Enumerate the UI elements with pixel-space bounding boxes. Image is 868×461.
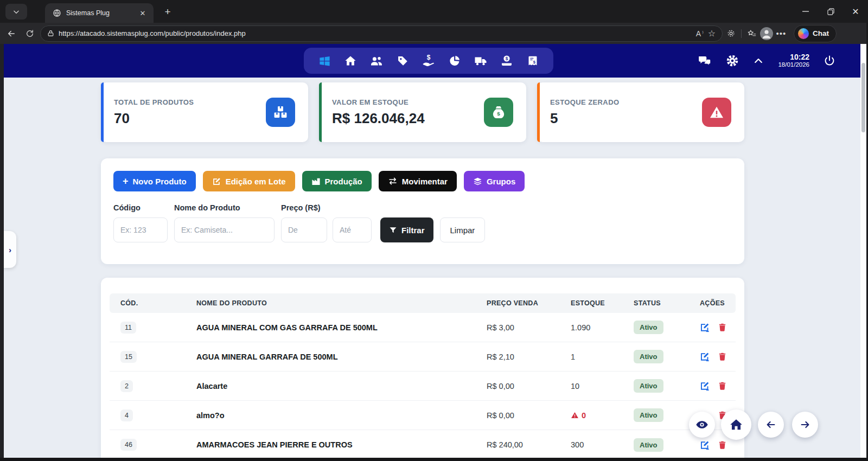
product-price: R$ 240,00: [487, 440, 571, 449]
status-badge: Ativo: [634, 408, 663, 422]
users-icon[interactable]: [370, 54, 383, 67]
window-minimize-button[interactable]: [793, 1, 818, 22]
product-stock-warning: 0: [571, 411, 634, 420]
tag-icon[interactable]: [396, 54, 409, 67]
grupos-button[interactable]: Grupos: [464, 171, 525, 191]
status-badge: Ativo: [634, 379, 663, 393]
edit-icon[interactable]: [700, 381, 710, 391]
date-text: 18/01/2026: [778, 61, 809, 68]
trash-icon[interactable]: [718, 440, 727, 450]
col-header-acoes: AÇÕES: [700, 299, 731, 307]
nav-icon-dock: $ $ $: [304, 48, 553, 74]
card-value: 70: [114, 110, 266, 127]
table-row: 2 Alacarte R$ 0,00 10 Ativo: [110, 372, 736, 401]
card-total-produtos: TOTAL DE PRODUTOS 70: [101, 82, 308, 142]
pen-square-icon: [212, 177, 221, 186]
filtrar-button[interactable]: Filtrar: [380, 217, 433, 242]
chevron-up-icon[interactable]: [753, 55, 764, 66]
profile-avatar[interactable]: [760, 27, 773, 40]
window-frame-bottom: [0, 458, 868, 461]
browser-tab[interactable]: Sistemas Plug ✕: [45, 3, 154, 23]
extensions-icon[interactable]: [723, 25, 739, 42]
trash-icon[interactable]: [718, 381, 727, 390]
table-row: 15 AGUA MINERAL GARRAFA DE 500ML R$ 2,10…: [110, 342, 736, 372]
app-navbar: $ $ $ 10:: [4, 44, 860, 78]
chat-label: Chat: [813, 29, 829, 37]
settings-more-icon[interactable]: •••: [773, 25, 789, 42]
preco-de-input[interactable]: [281, 217, 327, 242]
status-badge: Ativo: [634, 321, 663, 334]
tab-close-icon[interactable]: ✕: [137, 8, 148, 18]
exchange-icon: [388, 176, 398, 186]
windows-icon[interactable]: [318, 54, 331, 67]
table-row: 11 AGUA MINERAL COM GAS GARRAFA DE 500ML…: [110, 313, 736, 342]
next-page-button[interactable]: [792, 412, 818, 438]
window-close-button[interactable]: ✕: [843, 1, 868, 22]
power-icon[interactable]: [824, 55, 835, 67]
trash-icon[interactable]: [718, 323, 727, 332]
trash-icon[interactable]: [718, 352, 727, 361]
globe-icon: [53, 9, 61, 17]
tab-actions-button[interactable]: [5, 4, 27, 20]
card-accent: [537, 82, 540, 142]
card-label: TOTAL DE PRODUTOS: [114, 98, 266, 106]
refresh-button[interactable]: [21, 25, 39, 42]
status-badge: Ativo: [634, 350, 663, 363]
prev-page-button[interactable]: [758, 412, 784, 438]
scrollbar-thumb[interactable]: [861, 63, 865, 132]
address-bar[interactable]: https://atacado.sistemasplug.com/public/…: [40, 25, 723, 42]
edit-icon[interactable]: [700, 440, 710, 450]
copilot-chat-button[interactable]: Chat: [794, 25, 837, 42]
sidebar-expand-tab[interactable]: ›: [4, 231, 16, 268]
tab-title: Sistemas Plug: [66, 9, 132, 17]
new-tab-button[interactable]: +: [161, 5, 175, 19]
edit-icon[interactable]: [700, 322, 710, 332]
url-text: https://atacado.sistemasplug.com/public/…: [59, 29, 692, 37]
product-price: R$ 3,00: [487, 323, 571, 332]
read-aloud-icon[interactable]: A⁾: [696, 29, 704, 38]
preco-ate-input[interactable]: [333, 217, 372, 242]
page-scrollbar[interactable]: [860, 44, 866, 458]
limpar-button[interactable]: Limpar: [440, 217, 486, 242]
edit-icon[interactable]: [700, 351, 710, 362]
card-label: ESTOQUE ZERADO: [550, 98, 702, 106]
product-stock: 10: [571, 382, 634, 390]
clock: 10:22 18/01/2026: [778, 53, 809, 68]
edicao-em-lote-button[interactable]: Edição em Lote: [203, 171, 295, 191]
messages-icon[interactable]: [698, 54, 712, 68]
favorite-star-icon[interactable]: ☆: [708, 28, 716, 39]
hand-dollar-icon[interactable]: $: [422, 54, 435, 67]
card-accent: [319, 82, 322, 142]
table-header-row: CÓD. NOME DO PRODUTO PREÇO VENDA ESTOQUE…: [110, 293, 736, 313]
product-name: AGUA MINERAL GARRAFA DE 500ML: [196, 353, 487, 361]
producao-button[interactable]: Produção: [302, 171, 372, 191]
lock-icon: [47, 30, 54, 37]
nome-produto-input[interactable]: [174, 217, 275, 242]
pie-chart-icon[interactable]: [448, 54, 461, 67]
home-icon[interactable]: [344, 54, 357, 67]
novo-produto-button[interactable]: + Novo Produto: [113, 171, 196, 191]
products-table-panel: CÓD. NOME DO PRODUTO PREÇO VENDA ESTOQUE…: [101, 278, 744, 458]
movimentar-button[interactable]: Movimentar: [379, 171, 457, 191]
gear-icon[interactable]: [726, 54, 739, 67]
actions-panel: + Novo Produto Edição em Lote Produção: [101, 158, 744, 264]
window-restore-button[interactable]: [818, 1, 843, 22]
truck-icon[interactable]: [474, 54, 487, 67]
invoice-dollar-icon[interactable]: $: [526, 54, 539, 67]
svg-text:$: $: [427, 54, 431, 61]
home-fab-button[interactable]: [721, 409, 751, 440]
card-accent: [101, 82, 104, 142]
product-code: 4: [120, 409, 133, 421]
svg-text:$: $: [506, 56, 508, 61]
money-deposit-icon[interactable]: $: [500, 54, 513, 67]
codigo-input[interactable]: [113, 217, 168, 242]
product-code: 11: [120, 322, 136, 334]
product-code: 15: [120, 351, 137, 363]
boxes-icon: [266, 98, 295, 127]
back-button[interactable]: [2, 25, 21, 42]
time-text: 10:22: [778, 53, 809, 61]
preview-eye-button[interactable]: [689, 412, 715, 438]
layers-icon: [473, 177, 482, 186]
favorites-hub-icon[interactable]: [744, 25, 760, 42]
factory-icon: [311, 177, 321, 186]
